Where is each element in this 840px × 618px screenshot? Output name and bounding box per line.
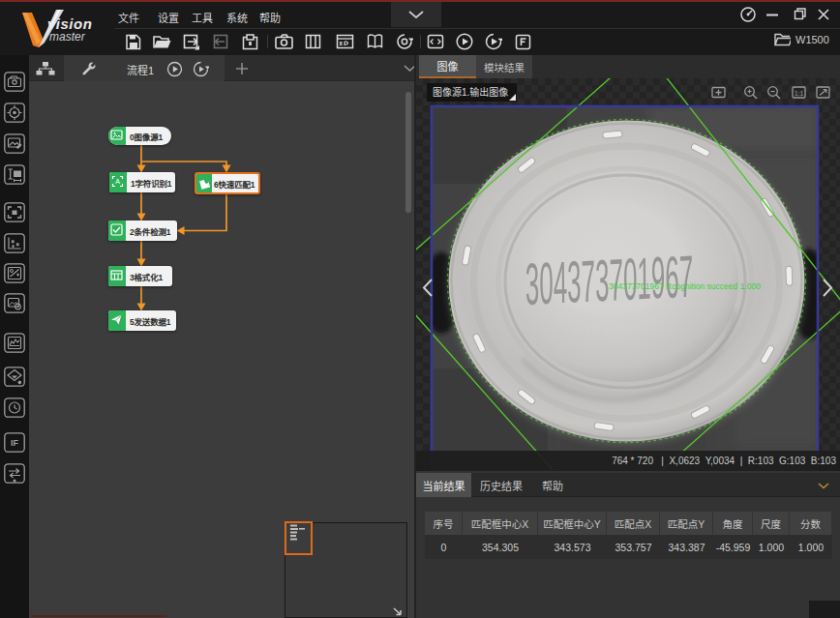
svg-text:304373701967: 304373701967 <box>525 243 694 317</box>
svg-text:IF: IF <box>11 438 19 448</box>
svg-text:A: A <box>115 178 120 185</box>
svg-text:04 703: 04 703 <box>557 326 608 344</box>
svg-text:1:1: 1:1 <box>795 90 804 97</box>
svg-text:304373701967 Rcognition succee: 304373701967 Rcognition succeed 1.000 <box>609 281 761 291</box>
svg-text:764 * 720 | X,0623 Y,0034: 764 * 720 | X,0623 Y,0034 | R:103 G:103 … <box>612 456 836 466</box>
